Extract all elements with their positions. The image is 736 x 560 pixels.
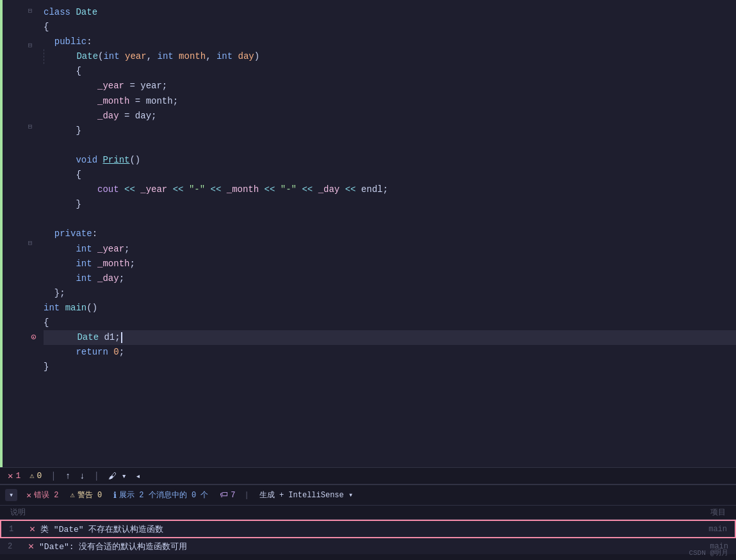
tag-tab-label: 7 <box>231 491 235 500</box>
fold-spacer <box>24 52 36 63</box>
ln <box>3 321 20 334</box>
tag-tab[interactable]: 🏷 7 <box>217 489 238 501</box>
up-nav-btn[interactable]: ↑ <box>65 471 70 481</box>
code-line-3: public: <box>44 35 736 49</box>
csdn-text: CSDN @明月 <box>689 549 728 557</box>
error-list: 1 ✕ 类 "Date" 不存在默认构造函数 main 2 ✕ "Date": … <box>0 520 736 554</box>
info-i-icon: ℹ <box>113 490 117 500</box>
code-line-6: _year = year; <box>44 79 736 93</box>
fold-spacer <box>24 156 36 168</box>
warning-icon: ⚠ <box>29 471 34 481</box>
code-line-10 <box>44 138 736 153</box>
ln <box>3 156 20 170</box>
code-line-18: int _month; <box>44 257 736 271</box>
fold-spacer <box>24 98 36 109</box>
code-line-17: int _year; <box>44 242 736 257</box>
code-line-2: { <box>44 20 736 35</box>
fold-spacer <box>24 226 36 237</box>
warnings-tab-label: 警告 0 <box>78 490 102 500</box>
ln <box>3 170 20 183</box>
code-content[interactable]: class Date { public: Date(int year, int … <box>36 4 736 467</box>
ln <box>3 280 20 293</box>
ln <box>3 101 20 115</box>
fold-spacer <box>24 109 36 121</box>
fold-icon[interactable]: ⊟ <box>24 40 36 51</box>
fold-spacer <box>24 133 36 145</box>
fold-spacer <box>24 272 36 284</box>
ln <box>3 60 20 74</box>
code-line-11: void Print() <box>44 153 736 168</box>
fold-spacer <box>24 214 36 226</box>
ln <box>3 238 20 252</box>
fold-spacer <box>24 249 36 260</box>
fold-spacer <box>24 17 36 28</box>
ln <box>3 129 20 142</box>
error-item-2[interactable]: 2 ✕ "Date": 没有合适的默认构造函数可用 main <box>0 538 736 554</box>
code-line-8: _day = day; <box>44 109 736 124</box>
ln <box>3 115 20 129</box>
desc-col-header: 说明 <box>10 507 26 518</box>
errors-x-icon: ✕ <box>26 490 31 500</box>
brush-btn[interactable]: 🖌 ▾ <box>108 471 127 481</box>
error-line-num-2: 2 <box>8 542 23 551</box>
fold-spacer <box>24 191 36 202</box>
error-message-2: "Date": 没有合适的默认构造函数可用 <box>39 541 697 552</box>
ln <box>3 184 20 197</box>
fold-spacer <box>24 145 36 156</box>
fold-spacer <box>24 75 36 86</box>
code-line-12: { <box>44 168 736 182</box>
error-x-icon-2: ✕ <box>28 540 34 552</box>
ln <box>3 266 20 279</box>
fold-spacer <box>24 168 36 179</box>
error-list-header: 说明 项目 <box>0 506 736 520</box>
fold-column: ⊟ ⊟ ⊟ ⊟ <box>24 4 36 467</box>
left-accent-bar <box>0 0 3 467</box>
code-line-23[interactable]: ⊙ Date d1; <box>44 330 736 345</box>
error-line-num-1: 1 <box>9 525 24 534</box>
code-line-16: private: <box>44 227 736 241</box>
build-dropdown[interactable]: 生成 + IntelliSense ▾ <box>256 488 357 502</box>
info-tab-label: 展示 2 个消息中的 0 个 <box>119 490 208 500</box>
tab-sep: | <box>245 491 249 500</box>
code-line-19: int _day; <box>44 271 736 286</box>
status-sep: | <box>51 471 56 481</box>
bottom-panel: ▾ ✕ 错误 2 ⚠ 警告 0 ℹ 展示 2 个消息中的 0 个 🏷 7 <box>0 484 736 560</box>
fold-icon[interactable]: ⊟ <box>24 5 36 17</box>
ln <box>3 225 20 238</box>
status-sep2: | <box>94 471 99 481</box>
warning-count: 0 <box>37 471 42 481</box>
error-count: 1 <box>15 471 20 481</box>
code-line-14: } <box>44 197 736 212</box>
down-nav-btn[interactable]: ↓ <box>79 471 85 481</box>
code-line-22: { <box>44 316 736 330</box>
warnings-tab[interactable]: ⚠ 警告 0 <box>67 488 104 502</box>
error-x-icon: ✕ <box>8 470 13 481</box>
code-line-4: Date(int year, int month, int day) <box>44 49 736 64</box>
scroll-icon[interactable]: ◂ <box>136 471 141 481</box>
panel-dropdown[interactable]: ▾ <box>5 489 17 501</box>
ln <box>3 88 20 101</box>
code-line-7: _month = month; <box>44 94 736 109</box>
fold-spacer <box>24 284 36 295</box>
ln <box>3 74 20 87</box>
editor-status-bar: ✕ 1 ⚠ 0 | ↑ ↓ | 🖌 ▾ ◂ <box>0 467 736 484</box>
fold-spacer <box>24 179 36 191</box>
error-item-1[interactable]: 1 ✕ 类 "Date" 不存在默认构造函数 main <box>0 520 736 538</box>
fold-icon[interactable]: ⊟ <box>24 121 36 132</box>
code-line-1: class Date <box>44 5 736 20</box>
warning-status[interactable]: ⚠ 0 <box>29 471 42 481</box>
error-status[interactable]: ✕ 1 <box>8 470 20 481</box>
error-message-1: 类 "Date" 不存在默认构造函数 <box>40 524 696 535</box>
warnings-triangle-icon: ⚠ <box>70 490 74 500</box>
error-x-icon-1: ✕ <box>29 523 35 535</box>
fold-icon[interactable]: ⊟ <box>24 237 36 249</box>
editor-area[interactable]: ⊟ ⊟ ⊟ ⊟ <box>0 0 736 467</box>
ln <box>3 142 20 156</box>
info-tab[interactable]: ℹ 展示 2 个消息中的 0 个 <box>111 488 211 502</box>
code-line-24: return 0; <box>44 345 736 360</box>
ln <box>3 197 20 211</box>
errors-tab[interactable]: ✕ 错误 2 <box>24 488 61 502</box>
ln <box>3 46 20 60</box>
ln <box>3 33 20 46</box>
build-label: 生成 + IntelliSense <box>259 491 344 500</box>
